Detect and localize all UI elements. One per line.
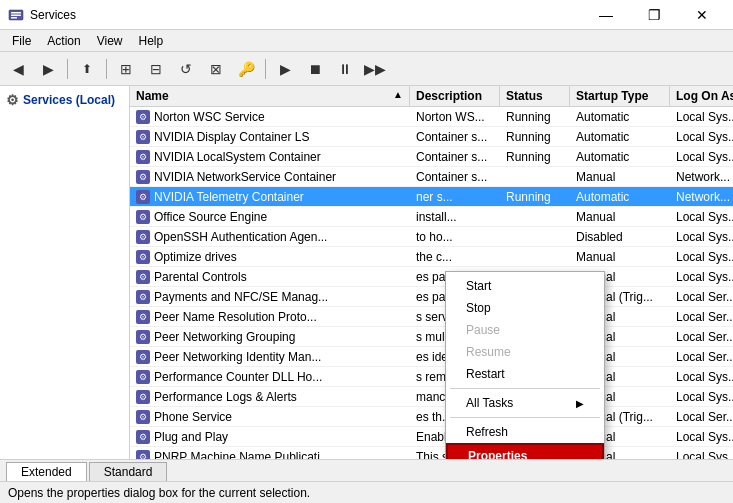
ctx-item-all-tasks[interactable]: All Tasks▶ bbox=[446, 392, 604, 414]
table-row[interactable]: ⚙Peer Name Resolution Proto...s serv...M… bbox=[130, 307, 733, 327]
context-menu-separator bbox=[450, 388, 600, 389]
service-icon: ⚙ bbox=[136, 450, 150, 460]
table-row[interactable]: ⚙Plug and PlayEnables a co...RunningManu… bbox=[130, 427, 733, 447]
minimize-button[interactable]: — bbox=[583, 0, 629, 30]
service-status-cell bbox=[500, 176, 570, 178]
service-name-text: Phone Service bbox=[154, 410, 232, 424]
table-row[interactable]: ⚙Parental Controlses par...ManualLocal S… bbox=[130, 267, 733, 287]
service-name-cell: ⚙Performance Counter DLL Ho... bbox=[130, 369, 410, 385]
service-name-cell: ⚙Phone Service bbox=[130, 409, 410, 425]
service-status-cell: Running bbox=[500, 109, 570, 125]
service-logon-cell: Local Sys... bbox=[670, 129, 733, 145]
service-name-cell: ⚙OpenSSH Authentication Agen... bbox=[130, 229, 410, 245]
column-headers: Name ▲ Description Status Startup Type L… bbox=[130, 86, 733, 107]
service-name-text: Office Source Engine bbox=[154, 210, 267, 224]
menu-help[interactable]: Help bbox=[131, 32, 172, 50]
service-logon-cell: Local Sys... bbox=[670, 429, 733, 445]
table-row[interactable]: ⚙Phone Servicees th...Manual (Trig...Loc… bbox=[130, 407, 733, 427]
service-startup-cell: Automatic bbox=[570, 149, 670, 165]
toolbar-btn-5[interactable]: ↺ bbox=[172, 56, 200, 82]
service-icon: ⚙ bbox=[136, 130, 150, 144]
service-name-text: Peer Name Resolution Proto... bbox=[154, 310, 317, 324]
table-row[interactable]: ⚙PNRP Machine Name Publicati...This s...… bbox=[130, 447, 733, 459]
pause-button[interactable]: ⏸ bbox=[331, 56, 359, 82]
up-button[interactable]: ⬆ bbox=[73, 56, 101, 82]
service-startup-cell: Automatic bbox=[570, 189, 670, 205]
col-header-description[interactable]: Description bbox=[410, 86, 500, 106]
service-name-cell: ⚙PNRP Machine Name Publicati... bbox=[130, 449, 410, 460]
table-row[interactable]: ⚙NVIDIA Display Container LSContainer s.… bbox=[130, 127, 733, 147]
service-icon: ⚙ bbox=[136, 270, 150, 284]
table-row[interactable]: ⚙NVIDIA LocalSystem ContainerContainer s… bbox=[130, 147, 733, 167]
service-name-text: NVIDIA Display Container LS bbox=[154, 130, 309, 144]
service-icon: ⚙ bbox=[136, 310, 150, 324]
close-button[interactable]: ✕ bbox=[679, 0, 725, 30]
table-row[interactable]: ⚙Peer Networking Groupings mul...ManualL… bbox=[130, 327, 733, 347]
service-status-cell: Running bbox=[500, 189, 570, 205]
menu-bar: File Action View Help bbox=[0, 30, 733, 52]
menu-view[interactable]: View bbox=[89, 32, 131, 50]
window-title: Services bbox=[30, 8, 583, 22]
table-row[interactable]: ⚙Norton WSC ServiceNorton WS...RunningAu… bbox=[130, 107, 733, 127]
play-button[interactable]: ▶ bbox=[271, 56, 299, 82]
table-row[interactable]: ⚙NVIDIA Telemetry Containerner s...Runni… bbox=[130, 187, 733, 207]
service-startup-cell: Disabled bbox=[570, 229, 670, 245]
table-row[interactable]: ⚙Performance Logs & Alertsmance...Manual… bbox=[130, 387, 733, 407]
service-logon-cell: Local Sys... bbox=[670, 269, 733, 285]
restart-button[interactable]: ▶▶ bbox=[361, 56, 389, 82]
main-area: ⚙ Services (Local) Name ▲ Description St… bbox=[0, 86, 733, 459]
table-row[interactable]: ⚙Performance Counter DLL Ho...s rem...Ma… bbox=[130, 367, 733, 387]
table-row[interactable]: ⚙Office Source Engineinstall...ManualLoc… bbox=[130, 207, 733, 227]
service-icon: ⚙ bbox=[136, 250, 150, 264]
col-header-name[interactable]: Name ▲ bbox=[130, 86, 410, 106]
context-menu-separator bbox=[450, 417, 600, 418]
service-icon: ⚙ bbox=[136, 410, 150, 424]
service-name-cell: ⚙NVIDIA Telemetry Container bbox=[130, 189, 410, 205]
service-logon-cell: Local Ser... bbox=[670, 309, 733, 325]
col-header-startup[interactable]: Startup Type bbox=[570, 86, 670, 106]
table-row[interactable]: ⚙OpenSSH Authentication Agen...to ho...D… bbox=[130, 227, 733, 247]
restore-button[interactable]: ❐ bbox=[631, 0, 677, 30]
left-panel-title: ⚙ Services (Local) bbox=[6, 92, 123, 108]
tab-extended[interactable]: Extended bbox=[6, 462, 87, 481]
service-list-container[interactable]: Name ▲ Description Status Startup Type L… bbox=[130, 86, 733, 459]
service-name-cell: ⚙Performance Logs & Alerts bbox=[130, 389, 410, 405]
service-desc-cell: Container s... bbox=[410, 149, 500, 165]
ctx-item-properties[interactable]: Properties bbox=[446, 443, 604, 459]
forward-button[interactable]: ▶ bbox=[34, 56, 62, 82]
service-logon-cell: Local Sys... bbox=[670, 229, 733, 245]
col-header-logon[interactable]: Log On As bbox=[670, 86, 733, 106]
toolbar-btn-4[interactable]: ⊟ bbox=[142, 56, 170, 82]
back-button[interactable]: ◀ bbox=[4, 56, 32, 82]
window-controls: — ❐ ✕ bbox=[583, 0, 725, 30]
service-status-cell: Running bbox=[500, 149, 570, 165]
table-row[interactable]: ⚙Payments and NFC/SE Manag...es pa...Run… bbox=[130, 287, 733, 307]
toolbar-btn-7[interactable]: 🔑 bbox=[232, 56, 260, 82]
col-header-status[interactable]: Status bbox=[500, 86, 570, 106]
ctx-item-pause[interactable]: Pause bbox=[446, 319, 604, 341]
service-icon: ⚙ bbox=[136, 170, 150, 184]
ctx-item-resume[interactable]: Resume bbox=[446, 341, 604, 363]
ctx-item-restart[interactable]: Restart bbox=[446, 363, 604, 385]
service-startup-cell: Manual bbox=[570, 249, 670, 265]
ctx-item-stop[interactable]: Stop bbox=[446, 297, 604, 319]
menu-file[interactable]: File bbox=[4, 32, 39, 50]
service-desc-cell: to ho... bbox=[410, 229, 500, 245]
service-name-text: NVIDIA LocalSystem Container bbox=[154, 150, 321, 164]
toolbar-btn-6[interactable]: ⊠ bbox=[202, 56, 230, 82]
table-row[interactable]: ⚙Optimize drivesthe c...ManualLocal Sys.… bbox=[130, 247, 733, 267]
stop-button[interactable]: ⏹ bbox=[301, 56, 329, 82]
toolbar-btn-3[interactable]: ⊞ bbox=[112, 56, 140, 82]
table-row[interactable]: ⚙NVIDIA NetworkService ContainerContaine… bbox=[130, 167, 733, 187]
toolbar-sep-3 bbox=[265, 59, 266, 79]
status-bar: Opens the properties dialog box for the … bbox=[0, 481, 733, 503]
service-desc-cell: the c... bbox=[410, 249, 500, 265]
left-panel: ⚙ Services (Local) bbox=[0, 86, 130, 459]
sort-arrow: ▲ bbox=[393, 89, 403, 100]
service-name-text: Peer Networking Identity Man... bbox=[154, 350, 321, 364]
ctx-item-refresh[interactable]: Refresh bbox=[446, 421, 604, 443]
ctx-item-start[interactable]: Start bbox=[446, 275, 604, 297]
menu-action[interactable]: Action bbox=[39, 32, 88, 50]
table-row[interactable]: ⚙Peer Networking Identity Man...es ide..… bbox=[130, 347, 733, 367]
tab-standard[interactable]: Standard bbox=[89, 462, 168, 481]
